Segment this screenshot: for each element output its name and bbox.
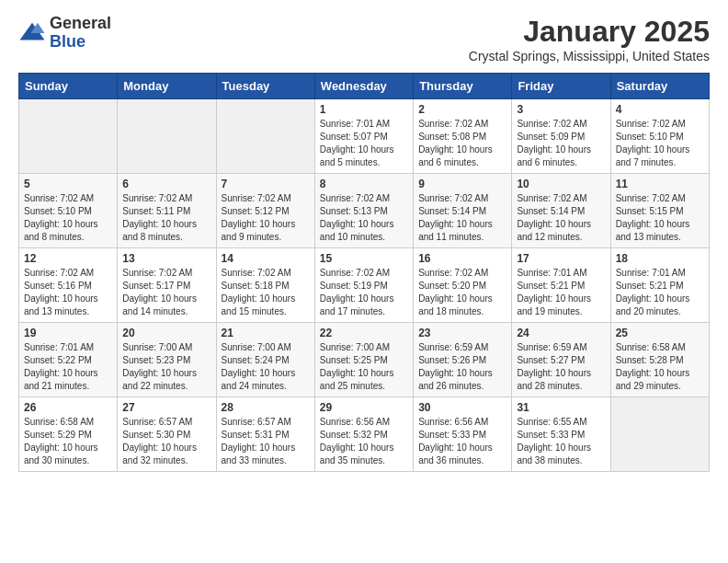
- cell-content: Sunrise: 7:02 AMSunset: 5:10 PMDaylight:…: [24, 192, 112, 244]
- calendar-cell: 26Sunrise: 6:58 AMSunset: 5:29 PMDayligh…: [19, 397, 118, 472]
- calendar-cell: 22Sunrise: 7:00 AMSunset: 5:25 PMDayligh…: [314, 323, 413, 397]
- cell-content: Sunrise: 6:58 AMSunset: 5:29 PMDaylight:…: [24, 416, 112, 467]
- day-number: 12: [24, 252, 112, 265]
- calendar-cell: 5Sunrise: 7:02 AMSunset: 5:10 PMDaylight…: [19, 174, 118, 248]
- calendar-cell: 20Sunrise: 7:00 AMSunset: 5:23 PMDayligh…: [118, 323, 216, 397]
- calendar-week-row: 19Sunrise: 7:01 AMSunset: 5:22 PMDayligh…: [19, 323, 710, 397]
- day-number: 1: [320, 103, 408, 116]
- cell-content: Sunrise: 7:02 AMSunset: 5:10 PMDaylight:…: [616, 118, 704, 169]
- calendar-cell: 11Sunrise: 7:02 AMSunset: 5:15 PMDayligh…: [610, 174, 709, 248]
- calendar-cell: 8Sunrise: 7:02 AMSunset: 5:13 PMDaylight…: [314, 174, 413, 248]
- calendar-week-row: 12Sunrise: 7:02 AMSunset: 5:16 PMDayligh…: [19, 248, 710, 323]
- cell-content: Sunrise: 6:59 AMSunset: 5:26 PMDaylight:…: [418, 341, 506, 393]
- day-number: 7: [222, 178, 310, 190]
- cell-content: Sunrise: 6:57 AMSunset: 5:30 PMDaylight:…: [122, 416, 210, 467]
- cell-content: Sunrise: 6:58 AMSunset: 5:28 PMDaylight:…: [616, 341, 704, 393]
- day-number: 23: [418, 327, 506, 339]
- calendar-cell: 23Sunrise: 6:59 AMSunset: 5:26 PMDayligh…: [414, 323, 512, 397]
- day-number: 31: [517, 401, 605, 414]
- day-number: 13: [122, 252, 210, 265]
- cell-content: Sunrise: 7:02 AMSunset: 5:18 PMDaylight:…: [222, 267, 310, 318]
- calendar-week-row: 26Sunrise: 6:58 AMSunset: 5:29 PMDayligh…: [19, 397, 710, 472]
- cell-content: Sunrise: 7:01 AMSunset: 5:21 PMDaylight:…: [616, 267, 704, 318]
- cell-content: Sunrise: 7:00 AMSunset: 5:25 PMDaylight:…: [320, 341, 408, 393]
- day-number: 24: [517, 327, 605, 339]
- calendar-cell: [216, 99, 314, 174]
- day-number: 10: [517, 178, 605, 190]
- calendar-cell: 3Sunrise: 7:02 AMSunset: 5:09 PMDaylight…: [512, 99, 610, 174]
- cell-content: Sunrise: 7:00 AMSunset: 5:23 PMDaylight:…: [122, 341, 210, 393]
- day-number: 19: [24, 327, 112, 339]
- calendar-cell: 28Sunrise: 6:57 AMSunset: 5:31 PMDayligh…: [216, 397, 314, 472]
- day-number: 14: [222, 252, 310, 265]
- cell-content: Sunrise: 7:02 AMSunset: 5:15 PMDaylight:…: [616, 192, 704, 244]
- day-number: 25: [616, 327, 704, 339]
- cell-content: Sunrise: 7:02 AMSunset: 5:20 PMDaylight:…: [418, 267, 506, 318]
- calendar-cell: 10Sunrise: 7:02 AMSunset: 5:14 PMDayligh…: [512, 174, 610, 248]
- cell-content: Sunrise: 7:01 AMSunset: 5:21 PMDaylight:…: [517, 267, 605, 318]
- calendar-cell: 24Sunrise: 6:59 AMSunset: 5:27 PMDayligh…: [512, 323, 610, 397]
- logo-blue-text: Blue: [50, 33, 111, 52]
- cell-content: Sunrise: 7:00 AMSunset: 5:24 PMDaylight:…: [222, 341, 310, 393]
- day-number: 18: [616, 252, 704, 265]
- calendar-cell: 9Sunrise: 7:02 AMSunset: 5:14 PMDaylight…: [414, 174, 512, 248]
- logo-text: General Blue: [50, 15, 111, 52]
- calendar-cell: 2Sunrise: 7:02 AMSunset: 5:08 PMDaylight…: [414, 99, 512, 174]
- calendar-cell: 30Sunrise: 6:56 AMSunset: 5:33 PMDayligh…: [414, 397, 512, 472]
- calendar-cell: 21Sunrise: 7:00 AMSunset: 5:24 PMDayligh…: [216, 323, 314, 397]
- calendar-header-row: SundayMondayTuesdayWednesdayThursdayFrid…: [19, 74, 710, 99]
- day-header-friday: Friday: [512, 74, 610, 99]
- cell-content: Sunrise: 7:02 AMSunset: 5:12 PMDaylight:…: [222, 192, 310, 244]
- cell-content: Sunrise: 7:02 AMSunset: 5:13 PMDaylight:…: [320, 192, 408, 244]
- cell-content: Sunrise: 6:57 AMSunset: 5:31 PMDaylight:…: [222, 416, 310, 467]
- calendar-cell: 6Sunrise: 7:02 AMSunset: 5:11 PMDaylight…: [118, 174, 216, 248]
- header: General Blue January 2025 Crystal Spring…: [18, 15, 710, 63]
- calendar-cell: 16Sunrise: 7:02 AMSunset: 5:20 PMDayligh…: [414, 248, 512, 323]
- day-number: 22: [320, 327, 408, 339]
- calendar-cell: [118, 99, 216, 174]
- day-number: 8: [320, 178, 408, 190]
- day-number: 16: [418, 252, 506, 265]
- cell-content: Sunrise: 7:02 AMSunset: 5:16 PMDaylight:…: [24, 267, 112, 318]
- day-number: 29: [320, 401, 408, 414]
- cell-content: Sunrise: 7:02 AMSunset: 5:19 PMDaylight:…: [320, 267, 408, 318]
- logo-general-text: General: [50, 15, 111, 33]
- day-number: 6: [122, 178, 210, 190]
- calendar-cell: [19, 99, 118, 174]
- month-title: January 2025: [469, 15, 710, 49]
- day-number: 4: [616, 103, 704, 116]
- calendar-cell: 27Sunrise: 6:57 AMSunset: 5:30 PMDayligh…: [118, 397, 216, 472]
- day-header-wednesday: Wednesday: [314, 74, 413, 99]
- cell-content: Sunrise: 7:02 AMSunset: 5:17 PMDaylight:…: [122, 267, 210, 318]
- day-number: 20: [122, 327, 210, 339]
- calendar-cell: 7Sunrise: 7:02 AMSunset: 5:12 PMDaylight…: [216, 174, 314, 248]
- calendar-cell: 18Sunrise: 7:01 AMSunset: 5:21 PMDayligh…: [610, 248, 709, 323]
- logo-icon: [18, 19, 46, 47]
- calendar-cell: 15Sunrise: 7:02 AMSunset: 5:19 PMDayligh…: [314, 248, 413, 323]
- day-number: 28: [222, 401, 310, 414]
- calendar-cell: 29Sunrise: 6:56 AMSunset: 5:32 PMDayligh…: [314, 397, 413, 472]
- cell-content: Sunrise: 6:56 AMSunset: 5:33 PMDaylight:…: [418, 416, 506, 467]
- day-number: 9: [418, 178, 506, 190]
- calendar-cell: 19Sunrise: 7:01 AMSunset: 5:22 PMDayligh…: [19, 323, 118, 397]
- calendar-cell: 13Sunrise: 7:02 AMSunset: 5:17 PMDayligh…: [118, 248, 216, 323]
- day-number: 17: [517, 252, 605, 265]
- cell-content: Sunrise: 7:02 AMSunset: 5:14 PMDaylight:…: [418, 192, 506, 244]
- calendar-table: SundayMondayTuesdayWednesdayThursdayFrid…: [18, 73, 710, 472]
- cell-content: Sunrise: 7:02 AMSunset: 5:09 PMDaylight:…: [517, 118, 605, 169]
- day-header-saturday: Saturday: [610, 74, 709, 99]
- cell-content: Sunrise: 7:01 AMSunset: 5:07 PMDaylight:…: [320, 118, 408, 169]
- cell-content: Sunrise: 6:56 AMSunset: 5:32 PMDaylight:…: [320, 416, 408, 467]
- calendar-cell: 12Sunrise: 7:02 AMSunset: 5:16 PMDayligh…: [19, 248, 118, 323]
- cell-content: Sunrise: 7:02 AMSunset: 5:11 PMDaylight:…: [122, 192, 210, 244]
- calendar-cell: 1Sunrise: 7:01 AMSunset: 5:07 PMDaylight…: [314, 99, 413, 174]
- day-header-monday: Monday: [118, 74, 216, 99]
- day-header-tuesday: Tuesday: [216, 74, 314, 99]
- page: General Blue January 2025 Crystal Spring…: [0, 0, 728, 490]
- day-number: 2: [418, 103, 506, 116]
- day-header-sunday: Sunday: [19, 74, 118, 99]
- calendar-week-row: 5Sunrise: 7:02 AMSunset: 5:10 PMDaylight…: [19, 174, 710, 248]
- day-number: 5: [24, 178, 112, 190]
- cell-content: Sunrise: 7:02 AMSunset: 5:08 PMDaylight:…: [418, 118, 506, 169]
- calendar-cell: 31Sunrise: 6:55 AMSunset: 5:33 PMDayligh…: [512, 397, 610, 472]
